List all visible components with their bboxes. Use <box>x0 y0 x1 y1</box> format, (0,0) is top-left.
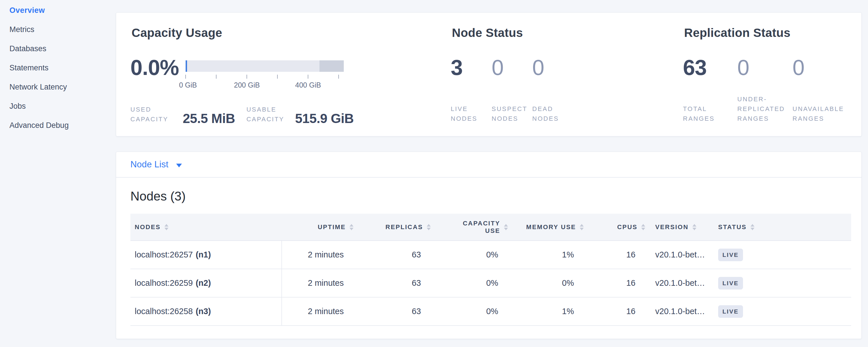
sidebar-item-databases[interactable]: Databases <box>0 39 116 58</box>
unavailable-ranges-value: 0 <box>793 56 858 80</box>
sidebar-item-advanced-debug[interactable]: Advanced Debug <box>0 116 116 135</box>
column-header-replicas[interactable]: REPLICAS <box>353 223 431 231</box>
node-address: localhost:26257 <box>135 250 193 259</box>
column-header-nodes-label: NODES <box>135 223 161 231</box>
node-address-cell: localhost:26257 (n1) <box>130 241 282 269</box>
sidebar-item-metrics[interactable]: Metrics <box>0 20 116 39</box>
status-badge: LIVE <box>718 249 743 261</box>
capacity-use-cell: 0% <box>431 278 508 288</box>
capacity-use-cell: 0% <box>431 307 508 316</box>
sidebar-item-jobs[interactable]: Jobs <box>0 97 116 116</box>
node-status-section: Node Status 3 LIVE NODES 0 SUSPECT NODES… <box>451 12 680 136</box>
sort-icon <box>504 224 508 230</box>
total-ranges-label: TOTAL RANGES <box>683 104 737 124</box>
live-nodes-value: 3 <box>451 56 492 80</box>
replicas-cell: 63 <box>353 307 431 316</box>
cpus-cell: 16 <box>584 307 645 316</box>
used-capacity-label: USED CAPACITY <box>130 105 178 124</box>
capacity-gauge-bar <box>186 60 344 72</box>
cpus-cell: 16 <box>584 250 645 259</box>
suspect-nodes-label: SUSPECT NODES <box>492 104 532 124</box>
sort-icon <box>349 224 353 230</box>
memory-use-cell: 1% <box>508 250 584 259</box>
memory-use-cell: 1% <box>508 307 584 316</box>
uptime-cell: 2 minutes <box>282 278 353 288</box>
column-header-cpus-label: CPUS <box>617 223 638 231</box>
status-badge: LIVE <box>718 305 743 318</box>
suspect-nodes-value: 0 <box>492 56 532 80</box>
uptime-cell: 2 minutes <box>282 307 353 316</box>
sidebar-item-network-latency[interactable]: Network Latency <box>0 77 116 97</box>
suspect-nodes-stat: 0 SUSPECT NODES <box>492 56 532 80</box>
sidebar-item-statements[interactable]: Statements <box>0 58 116 77</box>
nodes-table: NODES UPTIME REPLICAS CAPACITY USE <box>130 214 851 326</box>
usable-capacity-label: USABLE CAPACITY <box>247 105 290 124</box>
nodes-count-heading: Nodes (3) <box>130 189 861 203</box>
live-nodes-label: LIVE NODES <box>451 104 492 124</box>
node-address-cell: localhost:26258 (n3) <box>130 297 282 325</box>
cluster-summary-card: Capacity Usage 0.0% <box>116 12 862 136</box>
column-header-version[interactable]: VERSION <box>645 223 712 231</box>
node-id: (n2) <box>196 278 211 288</box>
under-replicated-ranges-value: 0 <box>737 56 793 80</box>
capacity-use-cell: 0% <box>431 250 508 259</box>
sidebar: Overview Metrics Databases Statements Ne… <box>0 0 116 347</box>
live-nodes-stat: 3 LIVE NODES <box>451 56 492 80</box>
usable-capacity-stat: USABLE CAPACITY 515.9 GiB <box>235 105 354 124</box>
axis-label-0gib: 0 GiB <box>179 81 197 89</box>
sort-icon <box>692 224 696 230</box>
node-id: (n3) <box>196 307 211 316</box>
column-header-replicas-label: REPLICAS <box>385 223 423 231</box>
used-capacity-stat: USED CAPACITY 25.5 MiB <box>130 105 235 124</box>
sort-icon <box>427 224 431 230</box>
nodes-table-header: NODES UPTIME REPLICAS CAPACITY USE <box>130 214 851 241</box>
version-cell: v20.1.0-bet… <box>645 250 712 259</box>
column-header-capacity-use[interactable]: CAPACITY USE <box>431 220 508 234</box>
node-list-dropdown[interactable]: Node List <box>130 159 182 170</box>
column-header-uptime-label: UPTIME <box>318 223 346 231</box>
dead-nodes-value: 0 <box>532 56 578 80</box>
node-id: (n1) <box>196 250 211 259</box>
total-ranges-value: 63 <box>683 56 737 80</box>
dead-nodes-stat: 0 DEAD NODES <box>532 56 578 80</box>
column-header-status[interactable]: STATUS <box>712 223 851 231</box>
column-header-cpus[interactable]: CPUS <box>584 223 645 231</box>
status-cell: LIVE <box>712 249 851 261</box>
node-list-card: Node List Nodes (3) NODES UPTIME <box>116 152 862 339</box>
table-row-node-2[interactable]: localhost:26259 (n2) 2 minutes 63 0% 0% … <box>130 269 851 297</box>
node-address: localhost:26258 <box>135 307 193 316</box>
column-header-status-label: STATUS <box>718 223 747 231</box>
column-header-nodes[interactable]: NODES <box>130 223 282 231</box>
chevron-down-icon <box>176 164 182 167</box>
column-header-memory-use[interactable]: MEMORY USE <box>508 223 584 231</box>
cluster-overview-page: Overview Metrics Databases Statements Ne… <box>0 0 868 347</box>
column-header-uptime[interactable]: UPTIME <box>282 223 353 231</box>
memory-use-cell: 0% <box>508 278 584 288</box>
sidebar-item-overview[interactable]: Overview <box>0 1 116 20</box>
replication-status-section: Replication Status 63 TOTAL RANGES 0 UND… <box>683 12 860 136</box>
total-ranges-stat: 63 TOTAL RANGES <box>683 56 737 80</box>
capacity-gauge-used-segment <box>186 60 187 72</box>
replicas-cell: 63 <box>353 250 431 259</box>
replication-status-title: Replication Status <box>684 26 790 40</box>
unavailable-ranges-label: UNAVAILABLE RANGES <box>793 104 858 124</box>
sort-icon <box>580 224 584 230</box>
node-list-dropdown-label: Node List <box>130 159 168 170</box>
column-header-capacity-use-label: CAPACITY USE <box>457 220 500 234</box>
used-capacity-value: 25.5 MiB <box>183 112 235 125</box>
node-status-title: Node Status <box>452 26 523 40</box>
status-cell: LIVE <box>712 305 851 318</box>
sort-icon <box>164 224 168 230</box>
capacity-usage-title: Capacity Usage <box>131 26 222 40</box>
sort-icon <box>750 224 754 230</box>
table-row-node-1[interactable]: localhost:26257 (n1) 2 minutes 63 0% 1% … <box>130 241 851 269</box>
table-row-node-3[interactable]: localhost:26258 (n3) 2 minutes 63 0% 1% … <box>130 297 851 326</box>
cpus-cell: 16 <box>584 278 645 288</box>
unavailable-ranges-stat: 0 UNAVAILABLE RANGES <box>793 56 858 80</box>
node-address: localhost:26259 <box>135 278 193 288</box>
sort-icon <box>641 224 645 230</box>
view-selector-row: Node List <box>116 152 861 178</box>
capacity-gauge-other-data-segment <box>319 60 344 72</box>
column-header-memory-use-label: MEMORY USE <box>526 223 576 231</box>
capacity-used-percent: 0.0% <box>130 56 179 80</box>
